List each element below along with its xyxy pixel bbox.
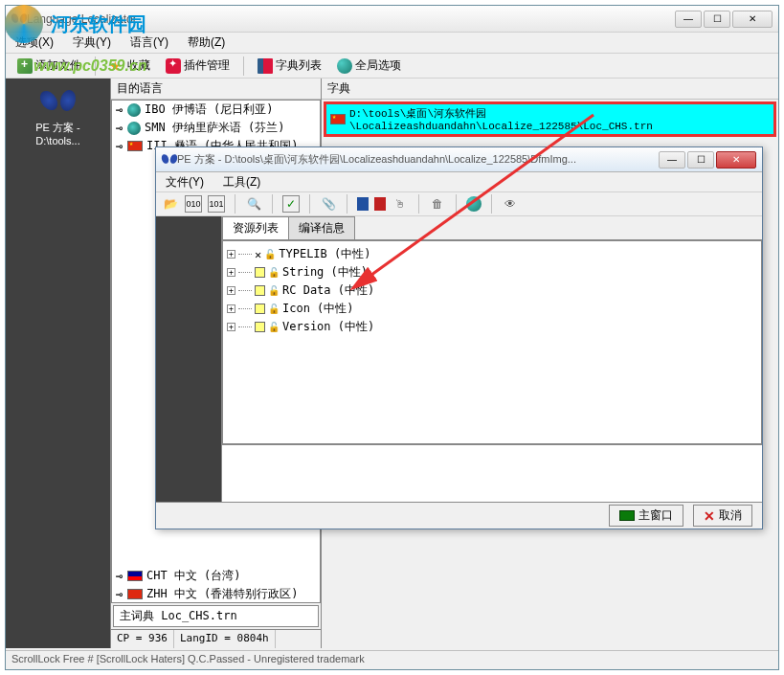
expand-icon[interactable]: + [227, 268, 235, 277]
binary2-icon[interactable]: 101 [208, 195, 225, 213]
expand-icon[interactable]: + [227, 304, 235, 313]
child-tabs: 资源列表 编译信息 [222, 216, 762, 240]
open-icon[interactable]: 📂 [162, 195, 179, 213]
book-icon [258, 58, 273, 74]
lang-item-CHT[interactable]: ⊸CHT 中文 (台湾) [112, 567, 320, 585]
book-red-icon[interactable] [374, 197, 386, 211]
checkbox-icon [255, 322, 265, 332]
minimize-button[interactable]: — [675, 11, 702, 28]
child-app-icon [162, 152, 177, 168]
flag-icon [127, 589, 143, 599]
toolbar-separator [95, 56, 96, 76]
separator [347, 194, 347, 214]
global-opts-label: 全局选项 [355, 57, 401, 74]
eye-icon[interactable]: 👁 [502, 195, 519, 213]
child-menu-tools[interactable]: 工具(Z) [219, 172, 264, 192]
child-menu-file[interactable]: 文件(Y) [162, 172, 208, 192]
separator [309, 194, 310, 214]
lock-icon: 🔓 [268, 322, 280, 333]
dict-highlighted-area: D:\tools\桌面\河东软件园\Localizeashduandahn\Lo… [324, 101, 776, 137]
menu-dict[interactable]: 字典(Y) [69, 33, 115, 53]
window-icon [619, 510, 635, 521]
book-blue-icon[interactable] [357, 197, 369, 211]
child-titlebar[interactable]: PE 方案 - D:\tools\桌面\河东软件园\Localizeashdua… [156, 147, 762, 172]
main-window-btn-label: 主窗口 [638, 507, 673, 524]
x-icon: ✕ [255, 248, 261, 261]
tree-item[interactable]: +✕🔓TYPELIB (中性) [227, 245, 757, 263]
child-bottom-pane [222, 444, 762, 502]
child-minimize-button[interactable]: — [659, 151, 685, 169]
lang-item-IBO[interactable]: ⊸IBO 伊博语 (尼日利亚) [112, 101, 320, 119]
resource-tree[interactable]: +✕🔓TYPELIB (中性)+🔓String (中性)+🔓RC Data (中… [222, 240, 762, 444]
lock-icon: 🔓 [268, 285, 280, 297]
menu-help[interactable]: 帮助(Z) [184, 33, 229, 53]
add-file-icon [17, 58, 33, 74]
child-title: PE 方案 - D:\tools\桌面\河东软件园\Localizeashdua… [177, 152, 659, 167]
binary1-icon[interactable]: 010 [185, 195, 202, 213]
tab-resources[interactable]: 资源列表 [222, 216, 289, 239]
child-toolbar: 📂 010 101 🔍 ✓ 📎 🖱 🗑 👁 [156, 191, 762, 216]
lang-item-SMN[interactable]: ⊸SMN 伊纳里萨米语 (芬兰) [112, 119, 320, 137]
attach-icon[interactable]: 📎 [320, 195, 337, 213]
checkbox-icon [255, 267, 265, 278]
child-maximize-button[interactable]: ☐ [687, 151, 714, 169]
plugins-label: 插件管理 [184, 57, 230, 74]
menu-lang[interactable]: 语言(Y) [126, 33, 172, 53]
main-toolbar: 添加文件 ★ 收藏 插件管理 字典列表 全局选项 [6, 54, 778, 79]
child-left-panel [156, 216, 221, 502]
star-icon: ★ [109, 58, 124, 74]
trash-icon[interactable]: 🗑 [429, 195, 446, 213]
dict-path-row[interactable]: D:\tools\桌面\河东软件园\Localizeashduandahn\Lo… [326, 104, 773, 134]
china-flag-icon [330, 114, 346, 124]
separator [491, 194, 492, 214]
plugin-icon [166, 58, 181, 74]
globe-icon[interactable] [466, 196, 482, 212]
toolbar-plugins[interactable]: 插件管理 [160, 56, 235, 76]
tree-item[interactable]: +🔓Version (中性) [227, 318, 757, 336]
menu-options[interactable]: 选项(X) [11, 33, 57, 53]
dict-path-text: D:\tools\桌面\河东软件园\Localizeashduandahn\Lo… [349, 106, 770, 132]
globe-icon [337, 58, 352, 74]
main-titlebar: Language Localizator — ☐ ✕ [6, 6, 778, 33]
toolbar-dict-list[interactable]: 字典列表 [252, 56, 327, 76]
lock-icon: 🔓 [268, 267, 280, 279]
checkbox-icon [255, 285, 265, 296]
favorites-label: 收藏 [127, 57, 150, 74]
expand-icon[interactable]: + [227, 323, 235, 331]
separator [235, 194, 235, 214]
close-button[interactable]: ✕ [732, 11, 773, 28]
scheme-path: D:\tools... [10, 135, 106, 146]
check-icon[interactable]: ✓ [282, 195, 300, 213]
dict-header: 字典 [322, 79, 778, 100]
tree-item[interactable]: +🔓RC Data (中性) [227, 281, 757, 300]
child-main-panel: 资源列表 编译信息 +✕🔓TYPELIB (中性)+🔓String (中性)+🔓… [221, 216, 762, 502]
tree-item[interactable]: +🔓Icon (中性) [227, 300, 757, 318]
flag-icon [127, 122, 141, 135]
maximize-button[interactable]: ☐ [704, 11, 730, 28]
child-close-button[interactable]: ✕ [716, 151, 756, 169]
lang-item-ZHH[interactable]: ⊸ZHH 中文 (香港特别行政区) [112, 585, 320, 603]
cancel-btn-label: 取消 [719, 507, 742, 524]
toolbar-global-opts[interactable]: 全局选项 [331, 56, 407, 76]
separator [272, 194, 273, 214]
main-statusbar: ScrollLock Free # [ScrollLock Haters] Q.… [6, 650, 778, 669]
expand-icon[interactable]: + [227, 286, 235, 295]
binoculars-icon[interactable]: 🔍 [245, 195, 262, 213]
cancel-button[interactable]: ✕ 取消 [693, 505, 752, 527]
tree-item[interactable]: +🔓String (中性) [227, 263, 757, 281]
main-window-controls: — ☐ ✕ [675, 11, 773, 28]
separator [456, 194, 457, 214]
tab-translate[interactable]: 编译信息 [288, 216, 355, 239]
toolbar-add-file[interactable]: 添加文件 [11, 56, 87, 76]
toolbar-favorites[interactable]: ★ 收藏 [103, 56, 156, 76]
mouse-icon[interactable]: 🖱 [392, 195, 409, 213]
scheme-item[interactable]: PE 方案 - D:\tools... [10, 86, 106, 146]
child-content: 资源列表 编译信息 +✕🔓TYPELIB (中性)+🔓String (中性)+🔓… [156, 216, 762, 502]
expand-icon[interactable]: + [227, 250, 235, 259]
app-icon [11, 11, 27, 27]
status-langid: LangID = 0804h [174, 630, 276, 648]
separator [418, 194, 419, 214]
main-window-button[interactable]: 主窗口 [609, 505, 683, 527]
lock-icon: 🔓 [268, 304, 280, 315]
lang-header: 目的语言 [111, 79, 321, 100]
